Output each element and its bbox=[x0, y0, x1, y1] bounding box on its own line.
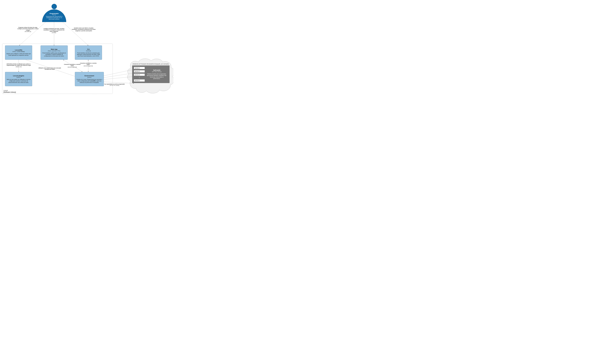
edge-label-locustfile-plugins: [OPCIONAL] Pode ser utilizado para acele… bbox=[3, 63, 34, 68]
cli-desc: Provê interface de linha de comando para… bbox=[76, 52, 101, 57]
edge-sub: [HTTPS] bbox=[42, 32, 66, 33]
webapp-tech: [Flask, JavaScript, HTML] bbox=[42, 50, 66, 52]
component-environment: Environment [Python] Cérebro do Locust. … bbox=[75, 72, 104, 86]
cloud-caption: Ambiente de Produção Simulada(homologaçã… bbox=[132, 63, 170, 65]
env-desc: Cérebro do Locust. Responsável por execu… bbox=[76, 79, 102, 83]
external-system-cloud: Ambiente de Produção Simulada(homologaçã… bbox=[132, 63, 170, 83]
locustfile-title: Locustfile bbox=[6, 49, 31, 51]
component-cli: CLI [Terminal] Provê interface de linha … bbox=[75, 45, 102, 60]
edge-bold: Programa rotinas de testes de carga, con… bbox=[16, 27, 40, 31]
endpoint-servico-2: /servico-2 bbox=[134, 70, 145, 73]
env-tech: [Python] bbox=[76, 77, 102, 78]
env-desc-bold: Locustfile bbox=[90, 80, 96, 82]
edge-sub: [SOCKET(gevent)] bbox=[79, 65, 97, 67]
edge-bold: Inicializa testes sem Web UI, visualiza … bbox=[72, 27, 96, 31]
edge-label-cli-env: Comunica resultados e controla testes [S… bbox=[79, 62, 97, 67]
endpoint-servico-1: /servico-1 bbox=[134, 67, 145, 69]
edge-bold: Utilizado como arquivo-base para execuçã… bbox=[38, 67, 62, 70]
edge-bold: Comunica resultados e controla testes bbox=[79, 62, 97, 65]
edge-bold: Comunica resultados e controla testes bbox=[63, 64, 81, 67]
actor-title: Programador bbox=[50, 13, 59, 14]
actor-desc: Responsável pelo desemprenho e estabilid… bbox=[44, 16, 64, 20]
edge-label-locustfile-env: Utilizado como arquivo-base para execuçã… bbox=[38, 67, 62, 70]
edge-sub: [locustfile.py] bbox=[16, 31, 40, 32]
edge-label-prog-cli: Inicializa testes sem Web UI, visualiza … bbox=[72, 27, 96, 31]
webapp-desc: Provê interface gráfica para visualizaçã… bbox=[42, 52, 66, 57]
cli-tech: [Terminal] bbox=[76, 50, 101, 52]
actor-subtitle: [Pessoa] bbox=[53, 14, 56, 15]
system-aplicacao: /servico-1 /servico-2 /servico-3 ··· /se… bbox=[132, 65, 170, 83]
cli-title: CLI bbox=[76, 48, 101, 50]
system-title: Aplicação bbox=[153, 69, 160, 71]
container-name: Locust bbox=[3, 90, 8, 91]
webapp-title: Web App bbox=[42, 48, 66, 50]
person-head-icon bbox=[52, 4, 57, 9]
plugins-desc: Add-ons que podem ser utilizados à nível… bbox=[6, 79, 31, 83]
component-locustfile: Locustfile [Python, Locust Library] Arqu… bbox=[5, 45, 32, 60]
service-endpoints: /servico-1 /servico-2 /servico-3 ··· /se… bbox=[134, 67, 145, 82]
edge-label-webapp-env: Comunica resultados e controla testes [S… bbox=[63, 64, 81, 68]
plugins-title: Locust-plugins bbox=[6, 75, 31, 77]
endpoint-servico-3: /servico-3 bbox=[134, 73, 145, 76]
edge-label-prog-locustfile: Programa rotinas de testes de carga, con… bbox=[16, 27, 40, 32]
edge-sub: [Python Lib] bbox=[3, 66, 34, 68]
endpoint-servico-n: /servico-n bbox=[134, 79, 145, 82]
edge-bold: Faz requisições ao serviço programado bbox=[104, 83, 125, 85]
system-tech: [API, Micro-serviço] bbox=[152, 71, 161, 72]
edge-bold: [OPCIONAL] Pode ser utilizado para acele… bbox=[3, 63, 34, 66]
vertical-ellipsis-icon: ··· bbox=[134, 77, 145, 78]
edge-bold: Configura parâmetros de teste, visualiza… bbox=[42, 28, 66, 32]
locustfile-desc: Arquivo que configura a rotina dos teste… bbox=[6, 53, 31, 56]
container-type: [Software Library] bbox=[3, 91, 16, 93]
edge-label-prog-webapp: Configura parâmetros de teste, visualiza… bbox=[42, 28, 66, 33]
component-webapp: Web App [Flask, JavaScript, HTML] Provê … bbox=[41, 45, 68, 60]
diagram-canvas: Programador [Pessoa] Responsável pelo de… bbox=[0, 0, 173, 97]
actor-programador: Programador [Pessoa] Responsável pelo de… bbox=[42, 9, 66, 22]
env-title: Environment bbox=[76, 75, 102, 77]
edge-sub: [SOCKET(gevent)] bbox=[63, 67, 81, 68]
edge-sub: [HTTP, FTP, outros] bbox=[104, 85, 125, 86]
person-body-icon: Programador [Pessoa] Responsável pelo de… bbox=[42, 9, 66, 22]
plugins-tech: [Python] bbox=[6, 77, 31, 78]
system-desc: Sistema mantido pelo programador, que pr… bbox=[147, 73, 167, 79]
edge-label-env-services: Faz requisições ao serviço programado [H… bbox=[104, 83, 125, 86]
container-label: Locust [Software Library] bbox=[3, 90, 16, 93]
component-locust-plugins: Locust-plugins [Python] Add-ons que pode… bbox=[5, 72, 32, 86]
